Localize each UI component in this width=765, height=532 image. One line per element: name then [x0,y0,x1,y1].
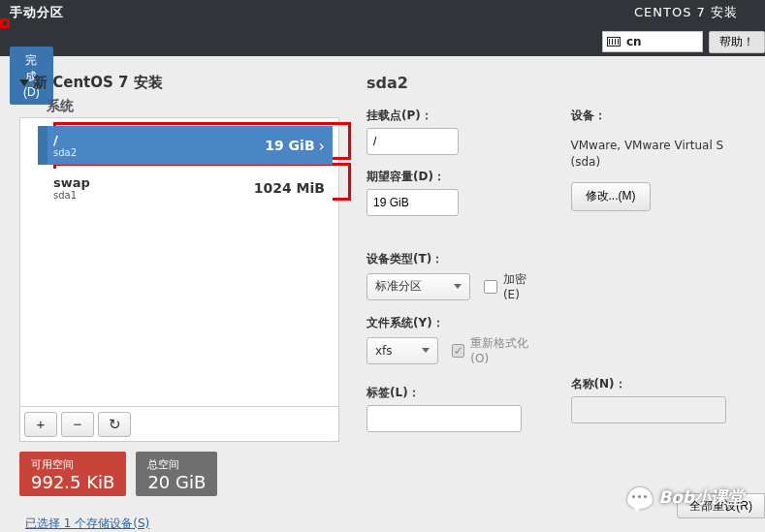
modify-button[interactable]: 修改...(M) [571,182,651,211]
collapse-arrow-icon [19,79,29,86]
detail-heading: sda2 [367,74,746,92]
selection-bar [38,126,48,165]
total-space-box: 总空间 20 GiB [136,452,217,496]
header-subtitle: CENTOS 7 安装 [634,4,738,21]
add-partition-button[interactable]: + [24,412,57,437]
mount-point: / [53,133,77,147]
keyboard-layout-selector[interactable]: cn [602,31,703,52]
remove-partition-button[interactable]: − [61,412,94,437]
reformat-checkbox: ✓ [452,344,464,358]
chevron-right-icon: › [319,137,325,155]
mount-point-input[interactable] [367,128,459,155]
device-name: sda1 [53,190,90,201]
mount-point-label: 挂载点(P)： [367,108,542,124]
total-space-value: 20 GiB [147,472,206,492]
reformat-label: 重新格式化(O) [470,335,541,365]
capacity-input[interactable] [367,189,459,216]
keyboard-icon [607,37,621,47]
capacity-label: 期望容量(D)： [367,169,542,185]
chevron-down-icon [454,284,462,289]
help-button[interactable]: 帮助！ [709,31,765,53]
device-label: 设备： [571,108,747,124]
device-type-label: 设备类型(T)： [367,251,542,267]
page-title: 手动分区 [10,4,64,21]
filesystem-label: 文件系统(Y)： [367,315,542,331]
system-group-label: 系统 [47,98,339,115]
detail-col-left: 挂载点(P)： 期望容量(D)： 设备类型(T)： 标准分区 加密(E) [367,108,542,432]
space-summary: 可用空间 992.5 KiB 总空间 20 GiB [19,452,339,496]
device-name: sda2 [53,147,77,158]
partition-item-root[interactable]: / sda2 19 GiB › [38,126,333,165]
tag-input[interactable] [367,405,522,432]
tag-label: 标签(L)： [367,385,542,401]
name-input [571,396,726,423]
filesystem-select[interactable]: xfs [367,337,438,364]
available-space-value: 992.5 KiB [31,472,114,492]
encrypt-label: 加密(E) [503,271,542,301]
device-type-select[interactable]: 标准分区 [367,273,470,300]
main-content: 新 CentOS 7 安装 系统 / sda2 19 GiB › [0,62,765,532]
detail-col-right: 设备： VMware, VMware Virtual S (sda) 修改...… [571,108,747,432]
name-label: 名称(N)： [571,376,747,392]
total-space-label: 总空间 [147,457,206,472]
keyboard-layout-label: cn [626,35,642,48]
device-type-value: 标准分区 [375,278,422,295]
storage-devices-link[interactable]: 已选择 1 个存储设备(S) [25,516,339,532]
partition-list: / sda2 19 GiB › swap sda1 1024 Mi [19,117,339,407]
install-tree-title: 新 CentOS 7 安装 [33,74,163,92]
left-panel: 新 CentOS 7 安装 系统 / sda2 19 GiB › [19,74,339,532]
available-space-label: 可用空间 [31,457,114,472]
partition-item-swap[interactable]: swap sda1 1024 MiB [38,169,333,207]
install-tree-header[interactable]: 新 CentOS 7 安装 [19,74,339,92]
header: 手动分区 CENTOS 7 安装 完成(D) cn 帮助！ [0,0,765,56]
partition-size: 1024 MiB [254,180,325,196]
available-space-box: 可用空间 992.5 KiB [19,452,126,496]
done-highlight: 完成(D) [0,18,10,28]
chevron-down-icon [422,348,430,353]
device-text: VMware, VMware Virtual S (sda) [571,138,747,171]
encrypt-checkbox[interactable] [484,280,497,294]
right-panel: sda2 挂载点(P)： 期望容量(D)： 设备类型(T)： 标准分区 [339,74,746,532]
filesystem-value: xfs [375,344,393,358]
reset-all-button[interactable]: 全部重设(R) [677,493,765,518]
partition-toolbar: + − ↻ [19,407,339,442]
mount-point: swap [53,175,90,190]
partition-size: 19 GiB [265,138,314,153]
reload-button[interactable]: ↻ [98,412,131,437]
